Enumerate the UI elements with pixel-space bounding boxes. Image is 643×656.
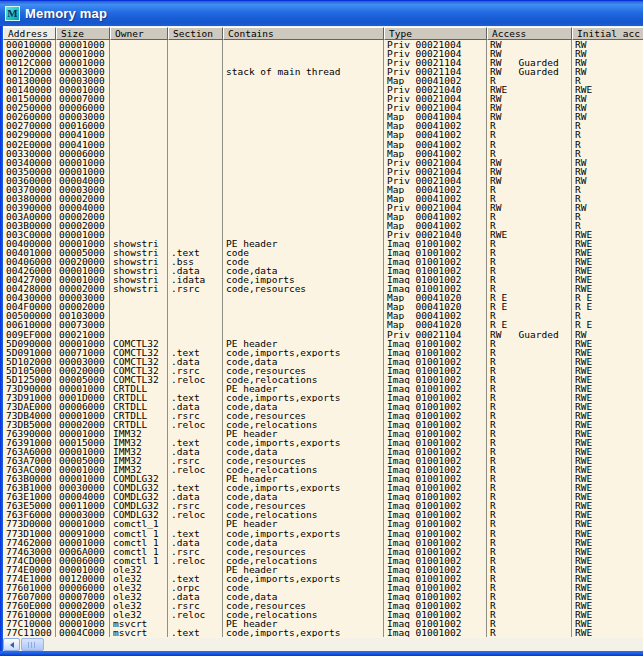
table-row[interactable]: 5D09000000001000COMCTL32PE headerImag 01… xyxy=(3,339,643,348)
table-row[interactable]: 7760E00000002000ole32.rsrccode,resources… xyxy=(3,601,643,610)
cell-access: R xyxy=(487,275,572,284)
table-row[interactable]: 77C110000004C000msvcrt.textcode,imports,… xyxy=(3,628,643,637)
cell-address: 00350000 xyxy=(3,167,56,176)
app-icon[interactable]: M xyxy=(5,6,20,21)
table-row[interactable]: 0029000000041000Map 00041002RR xyxy=(3,130,643,139)
cell-initial-access: RW xyxy=(572,67,643,76)
cell-size: 00001000 xyxy=(56,49,110,58)
table-row[interactable]: 763B000000001000COMDLG32PE headerImag 01… xyxy=(3,474,643,483)
table-row[interactable]: 73D910000001D000CRTDLL.textcode,imports,… xyxy=(3,393,643,402)
cell-section: .rsrc xyxy=(168,547,223,556)
table-row[interactable]: 0042800000002000showstri.rsrccode,resour… xyxy=(3,284,643,293)
table-row[interactable]: 0035000000001000Priv 00021004RWRW xyxy=(3,167,643,176)
column-header-owner[interactable]: Owner xyxy=(110,27,168,40)
cell-address: 5D125000 xyxy=(3,375,56,384)
table-row[interactable]: 73DB500000002000CRTDLL.reloccode,relocat… xyxy=(3,420,643,429)
cell-initial-access: RWE xyxy=(572,565,643,574)
table-row[interactable]: 774E000000001000ole32PE headerImag 01001… xyxy=(3,565,643,574)
table-row[interactable]: 0013000000003000Map 00041002RR xyxy=(3,76,643,85)
table-row[interactable]: 763F600000003000COMDLG32.reloccode,reloc… xyxy=(3,510,643,519)
table-row[interactable]: 776100000000E000ole32.reloccode,relocati… xyxy=(3,610,643,619)
table-row[interactable]: 763A700000005000IMM32.rsrccode,resources… xyxy=(3,456,643,465)
table-row[interactable]: 0026000000003000Map 00041004RWRW xyxy=(3,112,643,121)
table-row[interactable]: 0034000000001000Priv 00021004RWRW xyxy=(3,158,643,167)
table-row[interactable]: 5D12500000005000COMCTL32.reloccode,reloc… xyxy=(3,375,643,384)
table-row[interactable]: 5D10500000020000COMCTL32.rsrccode,resour… xyxy=(3,366,643,375)
table-row[interactable]: 774CD00000006000comctl_1.reloccode,reloc… xyxy=(3,556,643,565)
cell-type: Imag 01001002 xyxy=(384,375,487,384)
horizontal-scrollbar[interactable] xyxy=(3,638,643,651)
table-row[interactable]: 0001000000001000Priv 00021004RWRW xyxy=(3,40,643,49)
app-icon-letter: M xyxy=(7,8,17,19)
table-row[interactable]: 773D100000091000comctl_1.textcode,import… xyxy=(3,529,643,538)
table-row[interactable]: 002E000000041000Map 00041002RR xyxy=(3,140,643,149)
table-row[interactable]: 0039000000004000Priv 00021004RWRW xyxy=(3,203,643,212)
table-row[interactable]: 0002000000001000Priv 00021004RWRW xyxy=(3,49,643,58)
column-header-initial-access[interactable]: Initial acc xyxy=(572,27,643,40)
table-row[interactable]: 7639000000001000IMM32PE headerImag 01001… xyxy=(3,429,643,438)
title-bar[interactable]: M Memory map xyxy=(0,0,643,26)
table-row[interactable]: 003B000000002000Map 00041002RR xyxy=(3,221,643,230)
table-row[interactable]: 0037000000003000Map 00041002RR xyxy=(3,185,643,194)
table-row[interactable]: 0040000000001000showstriPE headerImag 01… xyxy=(3,239,643,248)
cell-section xyxy=(168,58,223,67)
table-row[interactable]: 77C1000000001000msvcrtPE headerImag 0100… xyxy=(3,619,643,628)
scroll-left-button[interactable] xyxy=(3,638,20,651)
column-header-type[interactable]: Type xyxy=(384,27,487,40)
table-row[interactable]: 0050000000103000Map 00041002RR xyxy=(3,311,643,320)
table-row[interactable]: 773D000000001000comctl_1PE headerImag 01… xyxy=(3,519,643,528)
table-row[interactable]: 763AC00000001000IMM32.reloccode,relocati… xyxy=(3,465,643,474)
table-row[interactable]: 73D9000000001000CRTDLLPE headerImag 0100… xyxy=(3,384,643,393)
table-row[interactable]: 5D09100000071000COMCTL32.textcode,import… xyxy=(3,348,643,357)
column-header-size[interactable]: Size xyxy=(56,27,110,40)
table-row[interactable]: 73DAE00000006000CRTDLL.datacode,dataImag… xyxy=(3,402,643,411)
table-row[interactable]: 7760100000006000ole32.orpccodeImag 01001… xyxy=(3,583,643,592)
column-header-address[interactable]: Address xyxy=(3,27,56,40)
column-header-section[interactable]: Section xyxy=(168,27,223,40)
table-row[interactable]: 0027000000016000Map 00041002RR xyxy=(3,121,643,130)
table-row[interactable]: 009EF00000021000Priv 00021104RW GuardedR… xyxy=(3,330,643,339)
table-row[interactable]: 763A600000001000IMM32.datacode,dataImag … xyxy=(3,447,643,456)
table-row[interactable]: 0040600000020000showstri.bsscodeImag 010… xyxy=(3,257,643,266)
table-row[interactable]: 763E100000004000COMDLG32.datacode,dataIm… xyxy=(3,492,643,501)
table-row[interactable]: 774630000006A000comctl_1.rsrccode,resour… xyxy=(3,547,643,556)
table-row[interactable]: 0012D00000003000stack of main threadPriv… xyxy=(3,67,643,76)
table-row[interactable]: 763B100000030000COMDLG32.textcode,import… xyxy=(3,483,643,492)
cell-address: 00427000 xyxy=(3,275,56,284)
table-row[interactable]: 774E100000120000ole32.textcode,imports,e… xyxy=(3,574,643,583)
cell-section: .text xyxy=(168,529,223,538)
table-row[interactable]: 5D10200000003000COMCTL32.datacode,dataIm… xyxy=(3,357,643,366)
hscrollbar-thumb[interactable] xyxy=(21,638,44,651)
table-row[interactable]: 0042600000001000showstri.datacode,dataIm… xyxy=(3,266,643,275)
table-row[interactable]: 0042700000001000showstri.idatacode,impor… xyxy=(3,275,643,284)
column-header-contains[interactable]: Contains xyxy=(223,27,384,40)
table-row[interactable]: 0040100000005000showstri.textcodeImag 01… xyxy=(3,248,643,257)
table-row[interactable]: 003A000000002000Map 00041002RR xyxy=(3,212,643,221)
table-row[interactable]: 0061000000073000Map 00041020R ER E xyxy=(3,320,643,329)
cell-contains xyxy=(223,176,384,185)
table-row[interactable]: 7639100000015000IMM32.textcode,imports,e… xyxy=(3,438,643,447)
table-row[interactable]: 0014000000001000Priv 00021040RWERWE xyxy=(3,85,643,94)
cell-type: Priv 00021040 xyxy=(384,85,487,94)
table-row[interactable]: 0038000000002000Map 00041002RR xyxy=(3,194,643,203)
table-row[interactable]: 7760700000007000ole32.datacode,dataImag … xyxy=(3,592,643,601)
cell-section: .reloc xyxy=(168,510,223,519)
table-row[interactable]: 73DB400000001000CRTDLL.rsrccode,resource… xyxy=(3,411,643,420)
memory-map-window: M Memory map AddressSizeOwnerSectionCont… xyxy=(0,0,643,656)
table-row[interactable]: 0012C00000001000Priv 00021104RW GuardedR… xyxy=(3,58,643,67)
table-row[interactable]: 004F000000002000Map 00041020R ER E xyxy=(3,302,643,311)
table-row[interactable]: 0015000000007000Priv 00021004RWRW xyxy=(3,94,643,103)
table-row[interactable]: 0033000000006000Map 00041002RR xyxy=(3,149,643,158)
column-header-access[interactable]: Access xyxy=(487,27,572,40)
table-row[interactable]: 0043000000003000Map 00041020R ER E xyxy=(3,293,643,302)
table-row[interactable]: 763E500000011000COMDLG32.rsrccode,resour… xyxy=(3,501,643,510)
cell-size: 00001000 xyxy=(56,339,110,348)
table-row[interactable]: 003C000000001000Priv 00021040RWERWE xyxy=(3,230,643,239)
table-row[interactable]: 7746200000001000comctl_1.datacode,dataIm… xyxy=(3,538,643,547)
cell-owner xyxy=(110,230,168,239)
cell-type: Priv 00021004 xyxy=(384,158,487,167)
table-row[interactable]: 0036000000004000Priv 00021004RWRW xyxy=(3,176,643,185)
cell-size: 00007000 xyxy=(56,94,110,103)
table-row[interactable]: 0025000000006000Priv 00021004RWRW xyxy=(3,103,643,112)
cell-size: 00016000 xyxy=(56,121,110,130)
